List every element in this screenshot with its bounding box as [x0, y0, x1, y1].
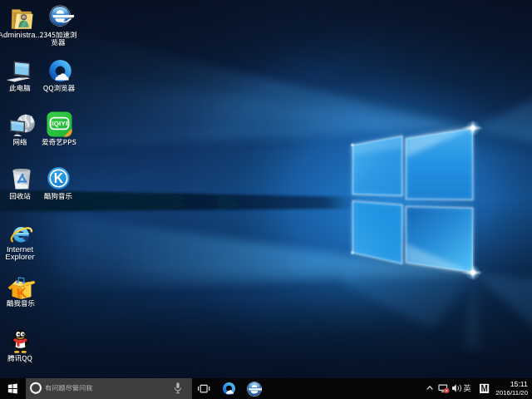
svg-text:K: K [54, 171, 64, 185]
svg-text:iQIYI: iQIYI [52, 120, 67, 127]
svg-text:M: M [480, 384, 487, 393]
svg-text:Explorer: Explorer [5, 252, 34, 261]
